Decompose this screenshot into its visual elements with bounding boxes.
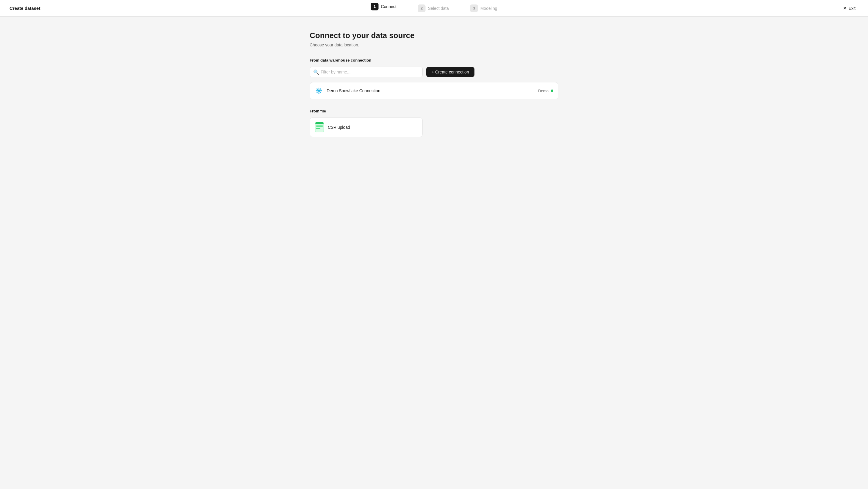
svg-point-8 [321,90,322,91]
svg-rect-15 [316,125,323,125]
svg-point-7 [316,90,317,91]
connect-title: Connect to your data source [310,31,558,40]
step-1-label: Connect [381,4,396,9]
file-section-label: From file [310,109,558,113]
csv-name: CSV upload [328,125,350,130]
svg-point-5 [318,88,319,89]
exit-x-icon: ✕ [843,6,847,11]
svg-point-6 [318,93,319,94]
main-content: Connect to your data source Choose your … [300,17,568,151]
connection-list: Demo Snowflake Connection Demo [310,82,558,99]
file-section: From file CSV upload [310,109,558,137]
svg-point-9 [316,88,317,89]
svg-point-12 [316,92,317,93]
connection-tag: Demo [538,89,549,93]
search-input[interactable] [310,67,423,77]
snowflake-icon [315,87,323,95]
step-divider-2 [453,8,467,8]
stepper: 1 Connect 2 Select data 3 Modeling [371,3,497,14]
header: Create dataset 1 Connect 2 Select data 3… [0,0,868,17]
connection-right: Demo [538,89,553,93]
step-1[interactable]: 1 Connect [371,3,396,14]
warehouse-section: From data warehouse connection 🔍 + Creat… [310,58,558,99]
status-dot [551,90,553,92]
step-2[interactable]: 2 Select data [418,4,449,12]
connection-item[interactable]: Demo Snowflake Connection Demo [310,82,558,99]
csv-upload-item[interactable]: CSV upload [310,118,423,137]
search-wrapper: 🔍 [310,67,423,77]
step-3-label: Modeling [480,6,497,11]
svg-point-10 [320,92,321,93]
svg-rect-18 [315,122,323,124]
exit-button[interactable]: ✕ Exit [840,4,859,13]
connect-subtitle: Choose your data location. [310,42,558,47]
step-1-circle: 1 [371,3,378,10]
step-2-circle: 2 [418,4,426,12]
warehouse-controls: 🔍 + Create connection [310,67,558,77]
create-connection-label: + Create connection [432,70,469,74]
csv-icon [315,122,324,133]
step-3[interactable]: 3 Modeling [470,4,497,12]
svg-rect-17 [316,128,320,129]
svg-rect-16 [316,126,323,127]
exit-label: Exit [849,6,856,11]
connection-name: Demo Snowflake Connection [327,88,380,93]
connection-left: Demo Snowflake Connection [315,87,380,95]
warehouse-section-label: From data warehouse connection [310,58,558,62]
step-divider-1 [400,8,414,8]
page-title: Create dataset [9,6,40,11]
create-connection-button[interactable]: + Create connection [426,67,474,77]
step-2-label: Select data [428,6,449,11]
step-3-circle: 3 [470,4,478,12]
svg-point-11 [320,88,321,89]
